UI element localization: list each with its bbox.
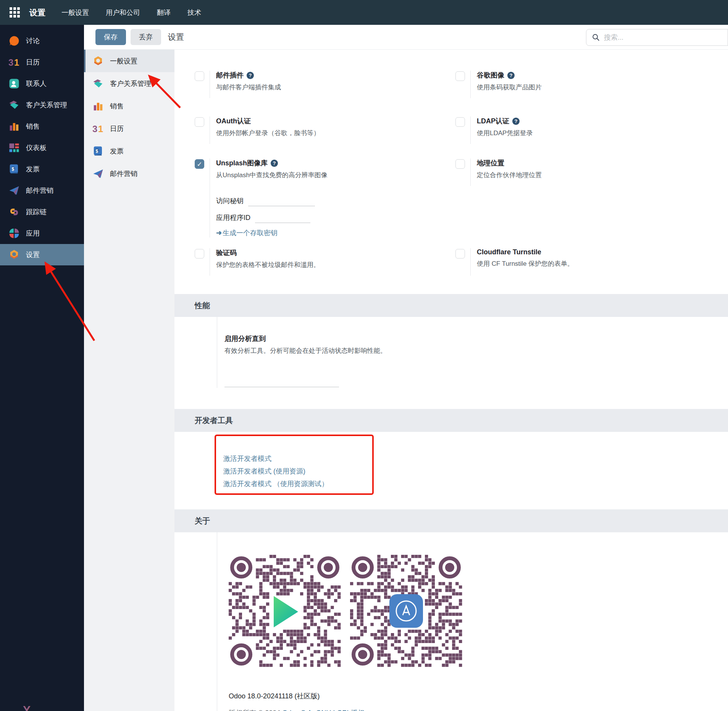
integrations-grid: 邮件插件? 与邮件客户端插件集成 谷歌图像? 使用条码获取产品图片 xyxy=(174,50,728,294)
setting-mail-plugin: 邮件插件? 与邮件客户端插件集成 xyxy=(195,71,455,116)
sidebar-item-link-tracker[interactable]: 跟踪链 xyxy=(0,201,84,223)
sidebar-item-calendar[interactable]: 31 日历 xyxy=(0,52,84,73)
profiling-until-input[interactable] xyxy=(224,377,339,387)
search-input[interactable] xyxy=(604,34,711,42)
mail-plugin-checkbox[interactable] xyxy=(195,71,204,81)
setting-recaptcha: 验证码 保护您的表格不被垃圾邮件和滥用。 xyxy=(195,248,455,290)
setting-cloudflare-turnstile: Cloudflare Turnstile 使用 CF Turnstile 保护您… xyxy=(455,248,716,290)
section-performance: 性能 xyxy=(174,294,728,317)
email-marketing-icon xyxy=(92,168,104,179)
app-store-qr-code xyxy=(350,555,462,667)
section-about: 关于 xyxy=(174,509,728,532)
setting-unsplash: ✓ Unsplash图像库? 从Unsplash中查找免费的高分辨率图像 访问秘… xyxy=(195,158,455,248)
settings-nav-calendar[interactable]: 31 日历 xyxy=(84,117,174,140)
crm-icon xyxy=(92,78,104,89)
sidebar-item-email-marketing[interactable]: 邮件营销 xyxy=(0,180,84,201)
help-icon[interactable]: ? xyxy=(271,160,278,167)
section-developer-tools: 开发者工具 xyxy=(174,409,728,432)
save-button[interactable]: 保存 xyxy=(95,29,126,45)
top-menu: 一般设置 用户和公司 翻译 技术 xyxy=(61,8,201,17)
turnstile-checkbox[interactable] xyxy=(455,249,465,259)
search-icon xyxy=(592,33,600,42)
menu-users-companies[interactable]: 用户和公司 xyxy=(106,8,140,17)
settings-nav-sales[interactable]: 销售 xyxy=(84,95,174,117)
developer-links: 激活开发者模式 激活开发者模式 (使用资源) 激活开发者模式 （使用资源测试） xyxy=(223,452,728,490)
calendar-icon: 31 xyxy=(8,57,20,68)
recaptcha-checkbox[interactable] xyxy=(195,249,204,259)
google-images-checkbox[interactable] xyxy=(455,71,465,81)
sidebar-item-crm[interactable]: 客户关系管理 xyxy=(0,94,84,116)
odoo-version: Odoo 18.0-20241118 (社区版) xyxy=(229,692,728,701)
ldap-checkbox[interactable] xyxy=(455,117,465,127)
setting-ldap: LDAP认证? 使用LDAP凭据登录 xyxy=(455,116,716,158)
lgpl-link[interactable]: GNU LGPL授权 xyxy=(316,709,364,711)
sales-icon xyxy=(8,121,20,132)
menu-general-settings[interactable]: 一般设置 xyxy=(61,8,89,17)
sidebar-item-discuss[interactable]: 讨论 xyxy=(0,30,84,52)
settings-icon xyxy=(8,249,20,260)
svg-text:3: 3 xyxy=(8,57,13,68)
profiling-label: 启用分析直到 xyxy=(224,334,728,343)
activate-dev-mode-assets-link[interactable]: 激活开发者模式 (使用资源) xyxy=(223,465,728,478)
crm-icon xyxy=(8,99,20,111)
app-id-input[interactable] xyxy=(255,213,310,223)
apps-grid-icon[interactable] xyxy=(10,7,20,18)
settings-nav-email-marketing[interactable]: 邮件营销 xyxy=(84,162,174,185)
calendar-icon: 31 xyxy=(92,123,104,134)
access-key-input[interactable] xyxy=(248,196,315,206)
app-id-label: 应用程序ID xyxy=(216,213,250,223)
settings-nav-crm[interactable]: 客户关系管理 xyxy=(84,72,174,95)
access-key-label: 访问秘钥 xyxy=(216,196,244,206)
dashboard-icon xyxy=(8,142,20,154)
activate-dev-mode-link[interactable]: 激活开发者模式 xyxy=(223,452,728,465)
generate-access-key-link[interactable]: ➜生成一个存取密钥 xyxy=(216,228,328,238)
setting-google-images: 谷歌图像? 使用条码获取产品图片 xyxy=(455,71,716,116)
svg-text:3: 3 xyxy=(92,123,97,134)
link-tracker-icon xyxy=(8,206,20,218)
google-play-qr-code xyxy=(229,555,341,667)
help-icon[interactable]: ? xyxy=(512,118,520,125)
svg-text:1: 1 xyxy=(14,57,19,68)
unsplash-checkbox[interactable]: ✓ xyxy=(195,159,204,169)
general-settings-icon xyxy=(92,55,104,67)
svg-text:$: $ xyxy=(11,166,14,172)
activate-dev-mode-tests-link[interactable]: 激活开发者模式 （使用资源测试） xyxy=(223,478,728,490)
help-icon[interactable]: ? xyxy=(507,72,515,79)
invoicing-icon: $ xyxy=(8,163,20,175)
contacts-icon xyxy=(8,78,20,89)
settings-nav-invoicing[interactable]: $ 发票 xyxy=(84,140,174,162)
help-icon[interactable]: ? xyxy=(247,72,254,79)
breadcrumb: 设置 xyxy=(168,32,184,42)
apps-icon xyxy=(8,228,20,239)
sidebar-item-contacts[interactable]: 联系人 xyxy=(0,73,84,94)
discard-button[interactable]: 丢弃 xyxy=(131,29,161,45)
settings-nav-general[interactable]: 一般设置 xyxy=(84,50,174,72)
sidebar-item-dashboards[interactable]: 仪表板 xyxy=(0,137,84,158)
sidebar-item-settings[interactable]: 设置 xyxy=(0,244,84,265)
geolocation-checkbox[interactable] xyxy=(455,159,465,169)
oauth-checkbox[interactable] xyxy=(195,117,204,127)
copyright-line: 版权所有 © 2004 Odoo S.A. GNU LGPL授权 xyxy=(229,708,728,711)
svg-text:$: $ xyxy=(95,148,98,154)
settings-main: 邮件插件? 与邮件客户端插件集成 谷歌图像? 使用条码获取产品图片 xyxy=(174,50,728,711)
sidebar-item-sales[interactable]: 销售 xyxy=(0,116,84,137)
menu-translations[interactable]: 翻译 xyxy=(157,8,171,17)
menu-technical[interactable]: 技术 xyxy=(187,8,201,17)
control-panel: 保存 丢弃 设置 xyxy=(84,25,728,50)
arrow-right-icon: ➜ xyxy=(216,229,222,237)
discuss-icon xyxy=(8,35,20,47)
about-block: Odoo 18.0-20241118 (社区版) 版权所有 © 2004 Odo… xyxy=(217,532,728,711)
odoo-sa-link[interactable]: Odoo S.A. xyxy=(282,709,314,711)
setting-geolocation: 地理位置 定位合作伙伴地理位置 xyxy=(455,158,716,248)
sidebar-item-apps[interactable]: 应用 xyxy=(0,223,84,244)
app-title[interactable]: 设置 xyxy=(29,7,45,18)
svg-text:1: 1 xyxy=(98,123,103,134)
sidebar-item-invoicing[interactable]: $ 发票 xyxy=(0,158,84,180)
search-box[interactable] xyxy=(586,29,728,46)
profiling-desc: 有效分析工具。分析可能会在处于活动状态时影响性能。 xyxy=(224,346,728,355)
settings-sidebar: 一般设置 客户关系管理 销售 31 日历 $ 发票 xyxy=(84,50,174,711)
top-navbar: 设置 一般设置 用户和公司 翻译 技术 xyxy=(0,0,728,25)
invoicing-icon: $ xyxy=(92,145,104,157)
app-sidebar: 讨论 31 日历 联系人 客户关系管理 销售 仪表板 $ 发票 邮件营销 xyxy=(0,25,84,711)
performance-block: 启用分析直到 有效分析工具。分析可能会在处于活动状态时影响性能。 xyxy=(217,317,728,388)
